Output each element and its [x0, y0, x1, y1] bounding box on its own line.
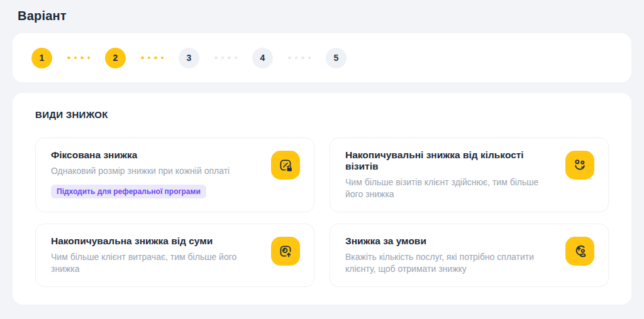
- card-title: Накопичувальна знижка від суми: [51, 235, 261, 247]
- step-separator-dots: [288, 57, 311, 60]
- page-title: Варіант: [18, 9, 631, 23]
- card-description: Чим більше візитів клієнт здійснює, тим …: [345, 176, 555, 200]
- card-description: Вкажіть кількість послуг, які потрібно с…: [345, 251, 555, 275]
- card-title: Накопичувальні знижка від кількості візи…: [345, 149, 555, 172]
- referral-badge: Підходить для реферальної програми: [51, 185, 206, 198]
- card-visits-discount[interactable]: Накопичувальні знижка від кількості візи…: [330, 138, 609, 212]
- card-text: Знижка за умови Вкажіть кількість послуг…: [345, 235, 555, 275]
- card-amount-discount[interactable]: Накопичувальна знижка від суми Чим більш…: [35, 224, 314, 287]
- client-arrow-up-icon: [565, 237, 594, 266]
- discount-types-panel: ВИДИ ЗНИЖОК Фіксована знижка Однаковий р…: [13, 93, 631, 305]
- percent-lock-icon: [271, 151, 300, 180]
- step-4[interactable]: 4: [252, 48, 273, 68]
- section-title: ВИДИ ЗНИЖОК: [35, 109, 609, 120]
- step-separator-dots: [67, 57, 90, 60]
- card-condition-discount[interactable]: Знижка за умови Вкажіть кількість послуг…: [330, 224, 609, 287]
- card-fixed-discount[interactable]: Фіксована знижка Однаковий розмір знижки…: [35, 138, 314, 212]
- card-title: Знижка за умови: [345, 235, 555, 247]
- card-text: Накопичувальна знижка від суми Чим більш…: [51, 235, 261, 275]
- step-5[interactable]: 5: [326, 48, 347, 68]
- stepper: 1 2 3 4 5: [31, 48, 347, 68]
- step-3[interactable]: 3: [179, 48, 199, 68]
- card-text: Фіксована знижка Однаковий розмір знижки…: [51, 149, 261, 198]
- discount-cards-grid: Фіксована знижка Однаковий розмір знижки…: [35, 138, 609, 287]
- card-title: Фіксована знижка: [51, 149, 261, 161]
- card-description: Однаковий розмір знижки при кожній оплат…: [51, 165, 261, 177]
- stepper-panel: 1 2 3 4 5: [13, 33, 631, 82]
- coin-arrow-up-icon: [271, 237, 300, 266]
- step-separator-dots: [214, 57, 237, 60]
- step-separator-dots: [141, 57, 164, 60]
- step-2[interactable]: 2: [105, 48, 126, 68]
- card-text: Накопичувальні знижка від кількості візи…: [345, 149, 555, 200]
- clients-repeat-icon: [565, 151, 594, 180]
- step-1[interactable]: 1: [31, 48, 52, 68]
- card-description: Чим більше клієнт витрачає, тим більше й…: [51, 251, 261, 275]
